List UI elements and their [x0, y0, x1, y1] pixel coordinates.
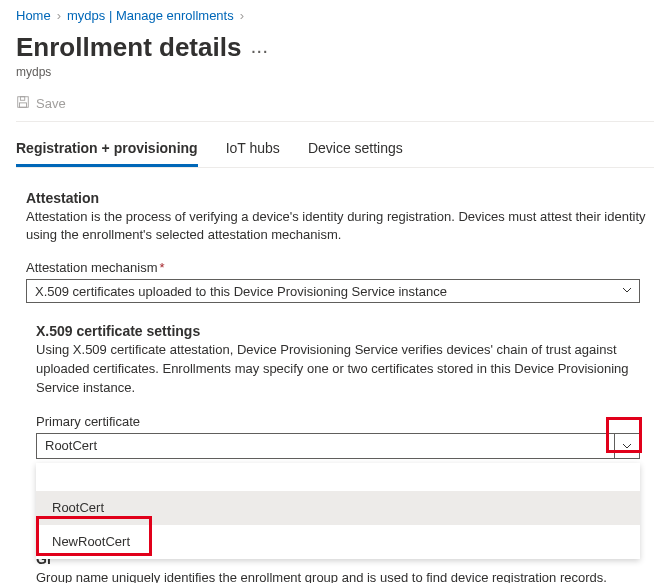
- chevron-right-icon: ›: [57, 8, 61, 23]
- page-subtitle: mydps: [16, 65, 654, 79]
- breadcrumb-path[interactable]: mydps | Manage enrollments: [67, 8, 234, 23]
- attestation-desc: Attestation is the process of verifying …: [26, 208, 650, 244]
- dropdown-option-newrootcert[interactable]: NewRootCert: [36, 525, 640, 559]
- page-title-text: Enrollment details: [16, 32, 241, 63]
- x509-desc: Using X.509 certificate attestation, Dev…: [36, 341, 640, 398]
- tabs: Registration + provisioning IoT hubs Dev…: [16, 130, 654, 168]
- svg-rect-1: [20, 96, 24, 100]
- more-icon[interactable]: ···: [251, 45, 269, 59]
- attestation-title: Attestation: [26, 190, 650, 206]
- primary-certificate-label: Primary certificate: [36, 414, 650, 429]
- breadcrumb: Home › mydps | Manage enrollments ›: [16, 6, 654, 24]
- chevron-right-icon: ›: [240, 8, 244, 23]
- tab-device-settings[interactable]: Device settings: [308, 130, 403, 167]
- attestation-mechanism-label: Attestation mechanism*: [26, 260, 650, 275]
- group-name-desc: Group name uniquely identifies the enrol…: [36, 569, 650, 583]
- primary-certificate-dropdown: RootCert NewRootCert: [36, 463, 640, 559]
- divider: [16, 121, 654, 122]
- primary-certificate-value: RootCert: [45, 438, 97, 453]
- dropdown-option-rootcert[interactable]: RootCert: [36, 491, 640, 525]
- attestation-mechanism-select[interactable]: X.509 certificates uploaded to this Devi…: [26, 279, 640, 303]
- primary-certificate-chevron[interactable]: [615, 433, 640, 459]
- breadcrumb-home[interactable]: Home: [16, 8, 51, 23]
- tab-iot-hubs[interactable]: IoT hubs: [226, 130, 280, 167]
- primary-certificate-select[interactable]: RootCert: [36, 433, 615, 459]
- toolbar: Save: [16, 93, 654, 119]
- save-button[interactable]: Save: [36, 96, 66, 111]
- chevron-down-icon: [621, 284, 633, 299]
- save-icon: [16, 95, 30, 112]
- required-indicator: *: [160, 260, 165, 275]
- x509-title: X.509 certificate settings: [36, 323, 650, 339]
- tab-registration-provisioning[interactable]: Registration + provisioning: [16, 130, 198, 167]
- page-title: Enrollment details ···: [16, 32, 654, 63]
- svg-rect-2: [20, 102, 27, 106]
- attestation-mechanism-value: X.509 certificates uploaded to this Devi…: [35, 284, 447, 299]
